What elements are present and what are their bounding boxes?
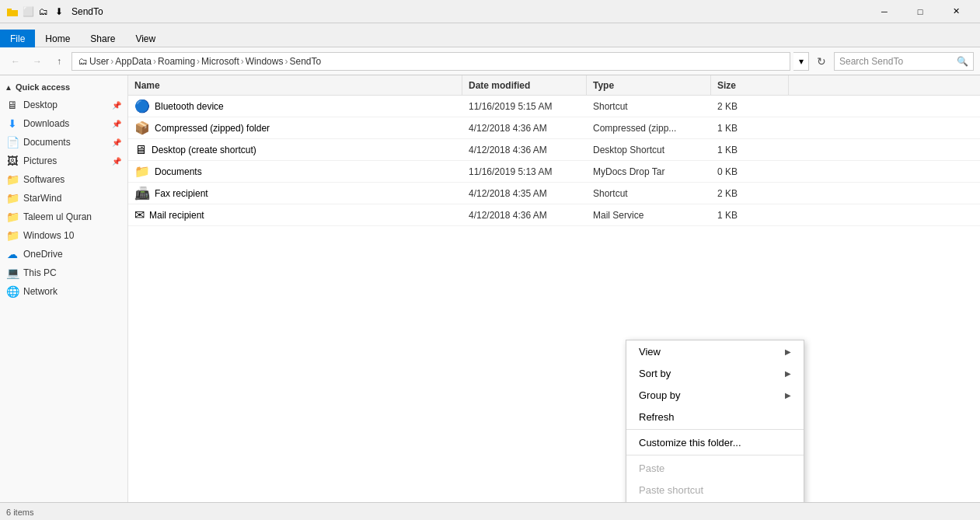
tab-file[interactable]: File xyxy=(0,30,35,47)
tab-home[interactable]: Home xyxy=(35,30,80,47)
col-header-date[interactable]: Date modified xyxy=(462,75,587,95)
file-date-5: 4/12/2018 4:36 AM xyxy=(462,210,587,221)
file-size-2: 1 KB xyxy=(711,145,789,155)
ctx-customize[interactable]: Customize this folder... xyxy=(626,431,804,453)
quick-access-label: Quick access xyxy=(16,82,70,92)
file-row[interactable]: 📁 Documents 11/16/2019 5:13 AM MyDocs Dr… xyxy=(128,161,980,183)
zip-icon: 📦 xyxy=(134,120,150,135)
file-size-4: 2 KB xyxy=(711,188,789,199)
svg-rect-1 xyxy=(12,10,18,16)
ctx-paste-shortcut-label: Paste shortcut xyxy=(639,484,703,496)
back-button[interactable]: ← xyxy=(6,52,25,71)
sidebar-softwares-label: Softwares xyxy=(23,174,65,185)
ctx-sort[interactable]: Sort by ▶ xyxy=(626,362,804,384)
col-header-name[interactable]: Name xyxy=(128,75,462,95)
refresh-button[interactable]: ↻ xyxy=(812,52,831,71)
file-name-compressed: 📦 Compressed (zipped) folder xyxy=(128,120,462,135)
breadcrumb-icon: 🗂 xyxy=(78,56,88,67)
sidebar-desktop-label: Desktop xyxy=(23,99,58,110)
sidebar: ▲ Quick access 🖥 Desktop 📌 ⬇ Downloads 📌… xyxy=(0,75,128,502)
file-row[interactable]: 📦 Compressed (zipped) folder 4/12/2018 4… xyxy=(128,117,980,139)
ctx-refresh[interactable]: Refresh xyxy=(626,406,804,428)
quick-access-header[interactable]: ▲ Quick access xyxy=(0,79,127,96)
file-type-4: Shortcut xyxy=(587,188,711,199)
sidebar-item-pictures[interactable]: 🖼 Pictures 📌 xyxy=(0,152,127,170)
file-size-0: 2 KB xyxy=(711,101,789,112)
tab-view[interactable]: View xyxy=(125,30,166,47)
ctx-undo[interactable]: Undo Delete Ctrl+Z xyxy=(626,501,804,502)
tab-share[interactable]: Share xyxy=(80,30,125,47)
folder-icon-star: 📁 xyxy=(6,192,19,204)
sidebar-item-taleem[interactable]: 📁 Taleem ul Quran xyxy=(0,208,127,226)
file-type-5: Mail Service xyxy=(587,210,711,221)
title-icon-3: 🗂 xyxy=(37,5,50,18)
pin-icon-doc: 📌 xyxy=(112,138,121,147)
ctx-group[interactable]: Group by ▶ xyxy=(626,384,804,406)
sidebar-item-windows10[interactable]: 📁 Windows 10 xyxy=(0,226,127,245)
file-row[interactable]: ✉ Mail recipient 4/12/2018 4:36 AM Mail … xyxy=(128,204,980,226)
forward-button[interactable]: → xyxy=(28,52,47,71)
sidebar-onedrive-label: OneDrive xyxy=(23,249,63,260)
minimize-button[interactable]: ─ xyxy=(867,0,902,23)
main-layout: ▲ Quick access 🖥 Desktop 📌 ⬇ Downloads 📌… xyxy=(0,75,980,502)
ctx-group-arrow: ▶ xyxy=(785,391,791,400)
ctx-paste: Paste xyxy=(626,457,804,479)
thispc-icon: 💻 xyxy=(6,267,19,279)
file-date-1: 4/12/2018 4:36 AM xyxy=(462,123,587,134)
pictures-icon: 🖼 xyxy=(6,155,19,167)
ctx-view-label: View xyxy=(639,346,661,358)
folder-icon-win: 📁 xyxy=(6,229,19,242)
ctx-customize-label: Customize this folder... xyxy=(639,437,741,448)
up-button[interactable]: ↑ xyxy=(50,52,68,71)
sidebar-windows10-label: Windows 10 xyxy=(23,230,74,241)
sidebar-taleem-label: Taleem ul Quran xyxy=(23,211,92,222)
file-type-1: Compressed (zipp... xyxy=(587,123,711,134)
sidebar-item-documents[interactable]: 📄 Documents 📌 xyxy=(0,133,127,152)
svg-rect-0 xyxy=(7,9,12,12)
sidebar-item-onedrive[interactable]: ☁ OneDrive xyxy=(0,245,127,263)
sidebar-item-network[interactable]: 🌐 Network xyxy=(0,282,127,301)
close-button[interactable]: ✕ xyxy=(938,0,974,23)
sidebar-item-thispc[interactable]: 💻 This PC xyxy=(0,263,127,282)
ctx-view-arrow: ▶ xyxy=(785,347,791,356)
breadcrumb-roaming: Roaming xyxy=(158,56,195,67)
file-row[interactable]: 📠 Fax recipient 4/12/2018 4:35 AM Shortc… xyxy=(128,183,980,204)
sidebar-item-starwind[interactable]: 📁 StarWind xyxy=(0,189,127,208)
pin-icon-pic: 📌 xyxy=(112,157,121,166)
col-header-size[interactable]: Size xyxy=(711,75,789,95)
sidebar-network-label: Network xyxy=(23,286,58,297)
ctx-group-label: Group by xyxy=(639,389,680,401)
sidebar-item-downloads[interactable]: ⬇ Downloads 📌 xyxy=(0,114,127,133)
ctx-view[interactable]: View ▶ xyxy=(626,340,804,362)
title-icon-2: ⬜ xyxy=(22,5,34,18)
sidebar-item-desktop[interactable]: 🖥 Desktop 📌 xyxy=(0,96,127,114)
file-row[interactable]: 🔵 Bluetooth device 11/16/2019 5:15 AM Sh… xyxy=(128,96,980,117)
maximize-button[interactable]: □ xyxy=(902,0,938,23)
file-type-2: Desktop Shortcut xyxy=(587,145,711,155)
folder-icon-sw: 📁 xyxy=(6,173,19,186)
breadcrumb-sendto: SendTo xyxy=(289,56,321,67)
sidebar-downloads-label: Downloads xyxy=(23,118,69,129)
ctx-sep-2 xyxy=(626,455,804,455)
address-dropdown[interactable]: ▾ xyxy=(793,52,809,71)
file-name-mail: ✉ Mail recipient xyxy=(128,208,462,222)
sidebar-thispc-label: This PC xyxy=(23,267,57,278)
file-area: Name Date modified Type Size 🔵 Bluetooth… xyxy=(128,75,980,502)
address-path[interactable]: 🗂 User › AppData › Roaming › Microsoft ›… xyxy=(71,52,790,71)
file-row[interactable]: 🖥 Desktop (create shortcut) 4/12/2018 4:… xyxy=(128,139,980,161)
onedrive-icon: ☁ xyxy=(6,248,19,260)
ribbon-tabs: File Home Share View xyxy=(0,23,980,47)
title-bar: ⬜ 🗂 ⬇ SendTo ─ □ ✕ xyxy=(0,0,980,23)
breadcrumb-appdata: AppData xyxy=(115,56,152,67)
file-size-3: 0 KB xyxy=(711,166,789,177)
ctx-refresh-label: Refresh xyxy=(639,411,675,423)
ctx-paste-label: Paste xyxy=(639,462,664,474)
title-bar-controls: ─ □ ✕ xyxy=(867,0,974,23)
ctx-sort-label: Sort by xyxy=(639,368,671,379)
pin-icon-dl: 📌 xyxy=(112,120,121,128)
ribbon: File Home Share View xyxy=(0,23,980,47)
search-box[interactable]: Search SendTo 🔍 xyxy=(834,52,974,71)
expand-icon: ▲ xyxy=(5,83,12,92)
col-header-type[interactable]: Type xyxy=(587,75,711,95)
sidebar-item-softwares[interactable]: 📁 Softwares xyxy=(0,170,127,189)
